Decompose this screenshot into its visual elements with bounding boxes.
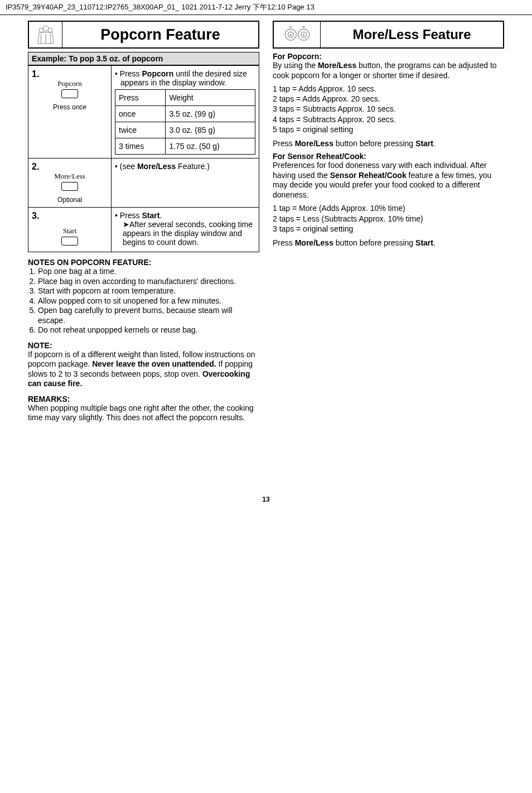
- step-row-1: 1. Popcorn Press once • Press Popcorn un…: [28, 66, 259, 158]
- tap-line: 2 taps = Adds Approx. 20 secs.: [273, 94, 504, 104]
- step3-bullet: • Press Start.: [115, 211, 255, 220]
- moreless-title: More/Less Feature: [321, 27, 503, 42]
- for-sensor-heading: For Sensor Reheat/Cook:: [273, 152, 504, 161]
- main-content: Popcorn Feature Example: To pop 3.5 oz. …: [0, 15, 532, 434]
- tap-line: 1 tap = Adds Approx. 10 secs.: [273, 84, 504, 94]
- steps-table: 1. Popcorn Press once • Press Popcorn un…: [28, 65, 259, 252]
- sensor-taps-list: 1 tap = More (Adds Approx. 10% time) 2 t…: [273, 203, 504, 234]
- note-item: Allow popped corn to sit unopened for a …: [38, 296, 259, 306]
- svg-line-3: [41, 33, 41, 44]
- tap-line: 5 taps = original setting: [273, 124, 504, 134]
- note-item: Place bag in oven according to manufactu…: [38, 277, 259, 287]
- start-button-label: Start: [32, 227, 108, 236]
- note-item: Open bag carefully to prevent burns, bec…: [38, 306, 259, 325]
- step1-num: 1.: [32, 69, 108, 79]
- step2-press-text: Optional: [32, 196, 108, 204]
- example-heading: Example: To pop 3.5 oz. of popcorn: [28, 52, 259, 65]
- step3-num: 3.: [32, 211, 108, 221]
- right-column: ▲▼ More/Less Feature For Popcorn: By usi…: [273, 21, 504, 423]
- left-column: Popcorn Feature Example: To pop 3.5 oz. …: [28, 21, 259, 423]
- tap-line: 3 taps = Subtracts Approx. 10 secs.: [273, 104, 504, 114]
- for-popcorn-heading: For Popcorn:: [273, 52, 504, 61]
- weight-table: PressWeight once3.5 oz. (99 g) twice3.0 …: [115, 89, 255, 155]
- moreless-button-label: More/Less: [32, 172, 108, 181]
- note-heading: NOTE:: [28, 341, 259, 350]
- popcorn-button-label: Popcorn: [32, 79, 108, 88]
- sensor-press-line: Press More/Less button before pressing S…: [273, 238, 504, 248]
- note-item: Pop one bag at a time.: [38, 267, 259, 277]
- notes-list: Pop one bag at a time. Place bag in oven…: [28, 267, 259, 335]
- svg-text:▲: ▲: [289, 33, 293, 37]
- note-body: If popcorn is of a different weight than…: [28, 350, 259, 389]
- note-item: Start with popcorn at room temperature.: [38, 286, 259, 296]
- svg-text:▼: ▼: [302, 33, 306, 37]
- popcorn-taps-list: 1 tap = Adds Approx. 10 secs. 2 taps = A…: [273, 84, 504, 134]
- remarks-heading: REMARKS:: [28, 395, 259, 403]
- step-row-3: 3. Start • Press Start. ➤After several s…: [28, 208, 259, 252]
- tap-line: 4 taps = Subtracts Approx. 20 secs.: [273, 114, 504, 124]
- note-item: Do not reheat unpopped kernels or reuse …: [38, 325, 259, 335]
- moreless-title-box: ▲▼ More/Less Feature: [273, 21, 504, 49]
- step2-bullet: • (see More/Less Feature.): [115, 162, 255, 171]
- step1-press-text: Press once: [32, 103, 108, 111]
- popcorn-icon: [29, 22, 62, 47]
- sensor-body: Preferences for food doneness vary with …: [273, 161, 504, 200]
- notes-heading: NOTES ON POPCORN FEATURE:: [28, 258, 259, 267]
- moreless-icon: ▲▼: [274, 22, 321, 47]
- popcorn-press-line: Press More/Less button before pressing S…: [273, 139, 504, 149]
- tap-line: 2 taps = Less (Subtracts Approx. 10% tim…: [273, 214, 504, 224]
- popcorn-intro: By using the More/Less button, the progr…: [273, 61, 504, 80]
- step3-arrow-block: ➤After several seconds, cooking time app…: [115, 220, 255, 247]
- tap-line: 1 tap = More (Adds Approx. 10% time): [273, 203, 504, 213]
- moreless-button-icon: [61, 182, 78, 191]
- svg-point-2: [48, 28, 52, 32]
- page-number: 13: [0, 496, 532, 503]
- arrow-icon: ➤: [123, 220, 129, 229]
- step2-num: 2.: [32, 162, 108, 172]
- remarks-body: When popping multiple bags one right aft…: [28, 403, 259, 423]
- popcorn-button-icon: [61, 89, 78, 98]
- tap-line: 3 taps = original setting: [273, 224, 504, 234]
- page-header: IP3579_39Y40AP_23_110712:IP2765_38X00AP_…: [0, 0, 532, 15]
- svg-point-1: [43, 26, 49, 31]
- popcorn-title: Popcorn Feature: [62, 26, 258, 44]
- step-row-2: 2. More/Less Optional • (see More/Less F…: [28, 158, 259, 208]
- popcorn-title-box: Popcorn Feature: [28, 21, 259, 49]
- step1-bullet: • Press Popcorn until the desired size a…: [115, 69, 255, 87]
- start-button-icon: [61, 237, 78, 246]
- svg-line-5: [50, 33, 51, 44]
